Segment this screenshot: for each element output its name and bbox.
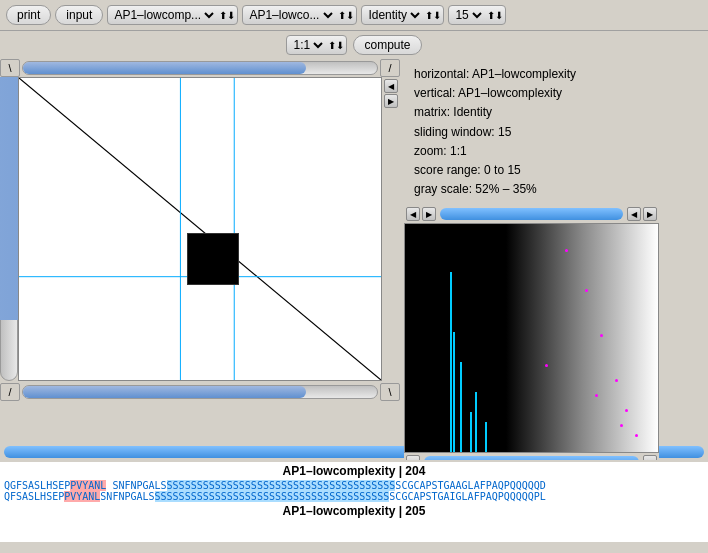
seq1-line2: QFSASLHSEPPVYANLSNFNPGALSSSSSSSSSSSSSSSS…: [4, 491, 704, 502]
slash-fwd-btn-top[interactable]: /: [380, 59, 400, 77]
mini-line-5: [475, 392, 477, 452]
seq1-text-part2: SNFNPGALS: [106, 480, 166, 491]
seq1-text-part1: QGFSASLHSEP: [4, 480, 70, 491]
top-hscrollbar-thumb[interactable]: [23, 62, 306, 74]
slash-back-btn-bottom[interactable]: \: [380, 383, 400, 401]
seq2-title: AP1–lowcomplexity | 205: [4, 504, 704, 518]
zoom-select[interactable]: 1:1: [289, 37, 326, 53]
seq1-highlight2: SSSSSSSSSSSSSSSSSSSSSSSSSSSSSSSSSSSSSS: [167, 480, 396, 491]
slash-back-btn-top[interactable]: \: [0, 59, 20, 77]
mini-hscrollbar-thumb[interactable]: [440, 208, 623, 220]
matrix-select[interactable]: Identity: [364, 7, 423, 23]
seq2-text-part1: QFSASLHSEP: [4, 491, 64, 502]
seq2-selector[interactable]: AP1–lowco... ⬆⬇: [242, 5, 357, 25]
matrix-chevron-icon: ⬆⬇: [425, 10, 441, 21]
seq2-text-part2: SNFNPGALS: [100, 491, 154, 502]
toolbar-row2: 1:1 ⬆⬇ compute: [0, 31, 708, 59]
seq2-chevron-icon: ⬆⬇: [338, 10, 354, 21]
seq1-title: AP1–lowcomplexity | 204: [4, 464, 704, 478]
bottom-hscrollbar-thumb[interactable]: [23, 386, 306, 398]
mini-gradient-bg: [506, 224, 658, 452]
top-hscrollbar-track[interactable]: [22, 61, 378, 75]
right-vscrollbar: ◀ ▶: [382, 77, 400, 381]
seq1-select[interactable]: AP1–lowcomp...: [110, 7, 217, 23]
info-matrix: matrix: Identity: [414, 103, 698, 122]
info-panel: horizontal: AP1–lowcomplexity vertical: …: [404, 59, 708, 205]
seq2-select[interactable]: AP1–lowco...: [245, 7, 336, 23]
scroll-up-right[interactable]: ◀: [384, 79, 398, 93]
seq1-text-part3: SCGCAPSTGAAGLAFPAQPQQQQQD: [395, 480, 546, 491]
bottom-hscrollbar-track[interactable]: [22, 385, 378, 399]
seq2-text-part3: SCGCAPSTGAIGLAFPAQPQQQQQPL: [389, 491, 546, 502]
seq1-chevron-icon: ⬆⬇: [219, 10, 235, 21]
dotplot-container: \ / ▼ ▼: [0, 59, 400, 399]
matrix-selector[interactable]: Identity ⬆⬇: [361, 5, 444, 25]
info-sliding-window: sliding window: 15: [414, 123, 698, 142]
mini-scroll-left[interactable]: ◀: [406, 207, 420, 221]
diagonal-svg: [19, 78, 381, 380]
seq1-highlight1: PVYANL: [70, 480, 106, 491]
window-chevron-icon: ⬆⬇: [487, 10, 503, 21]
zoom-selector[interactable]: 1:1 ⬆⬇: [286, 35, 347, 55]
mini-line-6: [485, 422, 487, 452]
dotplot-area: ▼ ▼ ◀: [0, 77, 400, 381]
info-zoom: zoom: 1:1: [414, 142, 698, 161]
black-square-block: [187, 233, 239, 285]
print-button[interactable]: print: [6, 5, 51, 25]
seq1-selector[interactable]: AP1–lowcomp... ⬆⬇: [107, 5, 238, 25]
seq2-highlight1: PVYANL: [64, 491, 100, 502]
dotplot-canvas[interactable]: [18, 77, 382, 381]
mini-line-1: [450, 272, 452, 452]
window-select[interactable]: 15: [451, 7, 485, 23]
info-score-range: score range: 0 to 15: [414, 161, 698, 180]
bottom-scrollbar: / \: [0, 383, 400, 401]
mini-scroll-left2[interactable]: ◀: [627, 207, 641, 221]
mini-line-3: [460, 362, 462, 452]
bottom-sequence-area: AP1–lowcomplexity | 204 QGFSASLHSEPPVYAN…: [0, 460, 708, 542]
mini-line-4: [470, 412, 472, 452]
seq2-highlight2: SSSSSSSSSSSSSSSSSSSSSSSSSSSSSSSSSSSSSSS: [155, 491, 390, 502]
mini-plot-top-scrollbar: ◀ ▶ ◀ ▶: [404, 205, 659, 223]
toolbar-row1: print input AP1–lowcomp... ⬆⬇ AP1–lowco.…: [0, 0, 708, 31]
mini-scroll-right[interactable]: ▶: [422, 207, 436, 221]
window-selector[interactable]: 15 ⬆⬇: [448, 5, 506, 25]
mini-line-2: [453, 332, 455, 452]
left-vscrollbar[interactable]: ▼ ▼: [0, 77, 18, 381]
svg-line-0: [19, 78, 381, 380]
mini-scroll-right2[interactable]: ▶: [643, 207, 657, 221]
info-vertical: vertical: AP1–lowcomplexity: [414, 84, 698, 103]
seq-lines-container: QGFSASLHSEPPVYANL SNFNPGALSSSSSSSSSSSSSS…: [4, 480, 704, 502]
mini-plot-canvas[interactable]: [404, 223, 659, 453]
zoom-chevron-icon: ⬆⬇: [328, 40, 344, 51]
slash-fwd-btn-bottom[interactable]: /: [0, 383, 20, 401]
info-gray-scale: gray scale: 52% – 35%: [414, 180, 698, 199]
top-scrollbar: \ /: [0, 59, 400, 77]
info-horizontal: horizontal: AP1–lowcomplexity: [414, 65, 698, 84]
scroll-down-right[interactable]: ▶: [384, 94, 398, 108]
seq1-line1: QGFSASLHSEPPVYANL SNFNPGALSSSSSSSSSSSSSS…: [4, 480, 704, 491]
input-button[interactable]: input: [55, 5, 103, 25]
compute-button[interactable]: compute: [353, 35, 421, 55]
mini-plot-section: ◀ ▶ ◀ ▶: [404, 205, 659, 471]
